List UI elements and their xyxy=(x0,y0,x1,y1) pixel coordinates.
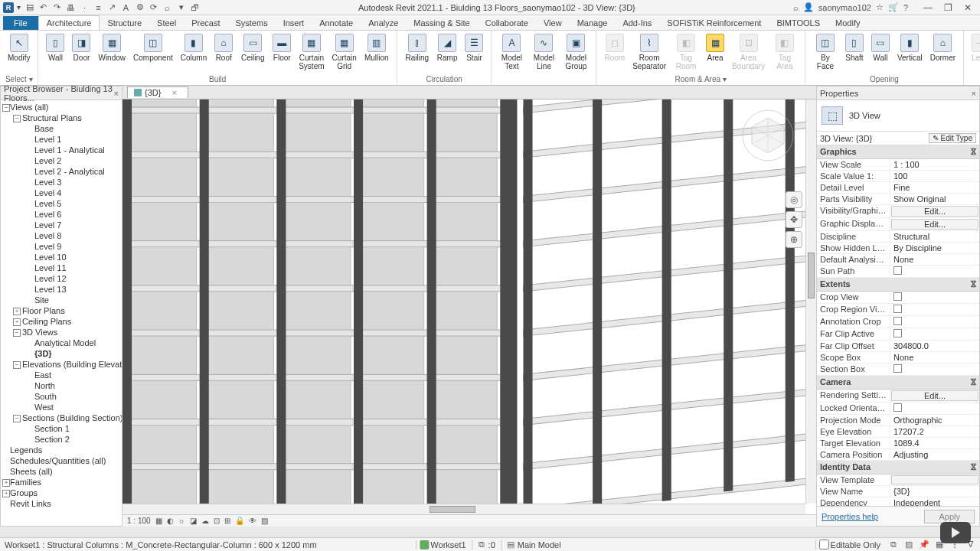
ramp-tool[interactable]: ◢Ramp xyxy=(434,32,461,64)
close-icon[interactable]: × xyxy=(114,89,119,98)
main-model-icon[interactable]: ▤ xyxy=(505,540,516,550)
qat-button[interactable]: · xyxy=(79,2,90,13)
qat-button[interactable]: A xyxy=(120,2,132,13)
room-separator-tool[interactable]: ⌇Room Separator xyxy=(629,32,669,72)
tab-steel[interactable]: Steel xyxy=(149,16,184,30)
apply-button[interactable]: Apply xyxy=(924,510,975,523)
modify-tool[interactable]: ↖Modify xyxy=(5,32,33,64)
search-icon[interactable]: ⌕ xyxy=(793,3,799,12)
shaft-tool[interactable]: ▯Shaft xyxy=(842,32,867,64)
property-value[interactable]: Edit... xyxy=(891,219,978,230)
tree-node[interactable]: West xyxy=(1,402,122,412)
tree-node[interactable]: Structural Plans xyxy=(1,112,122,123)
select-pinned-icon[interactable]: 📌 xyxy=(919,540,929,550)
column-tool[interactable]: ▮Column xyxy=(178,32,210,64)
vertical-scrollbar[interactable] xyxy=(805,99,816,504)
property-value[interactable]: Fine xyxy=(890,182,979,193)
close-icon[interactable]: × xyxy=(972,89,976,98)
qat-button[interactable]: ⚙ xyxy=(134,2,145,13)
checkbox[interactable] xyxy=(893,305,902,313)
tree-node[interactable]: North xyxy=(1,380,122,391)
tab-annotate[interactable]: Annotate xyxy=(312,16,361,30)
tree-node[interactable]: Site xyxy=(1,295,122,305)
tab-analyze[interactable]: Analyze xyxy=(361,16,406,30)
qat-button[interactable]: ⟳ xyxy=(148,2,159,13)
property-value[interactable]: Edit... xyxy=(891,206,978,217)
project-browser-tree[interactable]: Views (all)Structural PlansBaseLevel 1Le… xyxy=(1,100,122,526)
property-value[interactable]: By Discipline xyxy=(890,243,979,253)
tab-bimtools[interactable]: BIMTOOLS xyxy=(769,16,828,30)
property-value[interactable]: 1089.4 xyxy=(890,438,979,448)
property-value[interactable] xyxy=(890,316,979,328)
category-camera[interactable]: Cameraⴵ xyxy=(817,376,979,390)
design-options-icon[interactable]: ⧉ xyxy=(476,540,487,550)
qat-button[interactable]: ⌕ xyxy=(162,2,173,13)
shadows-icon[interactable]: ◪ xyxy=(190,517,197,525)
tree-node[interactable]: Level 10 xyxy=(1,252,122,262)
cart-icon[interactable]: 🛒 xyxy=(888,2,899,12)
properties-help-link[interactable]: Properties help xyxy=(822,512,920,521)
tree-node[interactable]: Sections (Building Section) xyxy=(1,412,122,423)
property-value[interactable]: Orthographic xyxy=(890,415,979,425)
qat-button[interactable]: ↗ xyxy=(106,2,118,13)
qat-button[interactable]: 🗗 xyxy=(189,2,201,13)
temp-hide-icon[interactable]: 👁 xyxy=(249,517,256,525)
category-graphics[interactable]: Graphicsⴵ xyxy=(817,145,979,159)
tree-node[interactable]: Views (all) xyxy=(1,102,122,112)
favorites-icon[interactable]: ☆ xyxy=(876,2,884,12)
roof-tool[interactable]: ⌂Roof xyxy=(211,32,236,64)
close-icon[interactable]: × xyxy=(172,88,176,97)
checkbox[interactable] xyxy=(893,317,902,325)
railing-tool[interactable]: ⫿Railing xyxy=(402,32,433,64)
curtain-system-tool[interactable]: ▦Curtain System xyxy=(296,32,327,72)
tree-node[interactable]: Level 6 xyxy=(1,209,122,220)
tree-node[interactable]: Schedules/Quantities (all) xyxy=(1,455,122,466)
tab-systems[interactable]: Systems xyxy=(227,16,275,30)
floor-tool[interactable]: ▬Floor xyxy=(270,32,294,64)
tree-node[interactable]: Level 11 xyxy=(1,262,122,273)
model-text-tool[interactable]: AModel Text xyxy=(496,32,527,72)
filemenu-icon[interactable]: ▾ xyxy=(17,3,21,11)
close-button[interactable]: ✕ xyxy=(959,2,977,14)
tab-sofistik-reinforcement[interactable]: SOFiSTiK Reinforcement xyxy=(659,16,769,30)
by-face-tool[interactable]: ◫By Face xyxy=(810,32,841,72)
property-value[interactable] xyxy=(890,292,979,303)
tree-node[interactable]: Ceiling Plans xyxy=(1,316,122,327)
view-cube[interactable] xyxy=(741,109,795,162)
edit-type-button[interactable]: ✎ Edit Type xyxy=(929,133,976,143)
checkbox[interactable] xyxy=(893,403,902,412)
category-extents[interactable]: Extentsⴵ xyxy=(817,278,979,292)
tree-node[interactable]: East xyxy=(1,370,122,380)
tab-file[interactable]: File xyxy=(3,16,38,30)
instance-name[interactable]: 3D View: {3D} xyxy=(820,134,929,143)
tree-node[interactable]: Section 1 xyxy=(1,423,122,434)
tree-node[interactable]: Level 7 xyxy=(1,220,122,230)
detail-level-icon[interactable]: ▦ xyxy=(155,517,162,525)
tree-node[interactable]: Level 4 xyxy=(1,187,122,198)
tree-node[interactable]: Level 8 xyxy=(1,230,122,241)
visual-style-icon[interactable]: ◐ xyxy=(167,517,174,525)
property-value[interactable] xyxy=(890,304,979,315)
select-links-icon[interactable]: ⧉ xyxy=(888,540,899,550)
design-option[interactable]: Main Model xyxy=(518,540,561,549)
user-icon[interactable]: 👤 xyxy=(803,2,814,12)
rendering-icon[interactable]: ☁ xyxy=(201,517,209,525)
tree-node[interactable]: Level 2 xyxy=(1,155,122,166)
property-value[interactable] xyxy=(890,364,979,375)
tree-node[interactable]: Level 5 xyxy=(1,198,122,209)
user-name[interactable]: saonymao102 xyxy=(818,3,871,12)
tree-node[interactable]: Level 1 - Analytical xyxy=(1,145,122,155)
mullion-tool[interactable]: ▥Mullion xyxy=(361,32,392,64)
type-selector[interactable]: ⬚ 3D View xyxy=(817,100,979,132)
editable-only-checkbox[interactable] xyxy=(819,540,829,549)
tree-node[interactable]: Families xyxy=(1,477,122,487)
checkbox[interactable] xyxy=(893,364,902,373)
tree-node[interactable]: Level 3 xyxy=(1,177,122,187)
property-value[interactable]: Structural xyxy=(890,231,979,242)
qat-button[interactable]: ▤ xyxy=(24,2,35,13)
property-value[interactable] xyxy=(890,328,979,340)
tab-insert[interactable]: Insert xyxy=(276,16,312,30)
tree-node[interactable]: Sheets (all) xyxy=(1,466,122,477)
model-group-tool[interactable]: ▣Model Group xyxy=(560,32,591,72)
component-tool[interactable]: ◫Component xyxy=(130,32,176,64)
